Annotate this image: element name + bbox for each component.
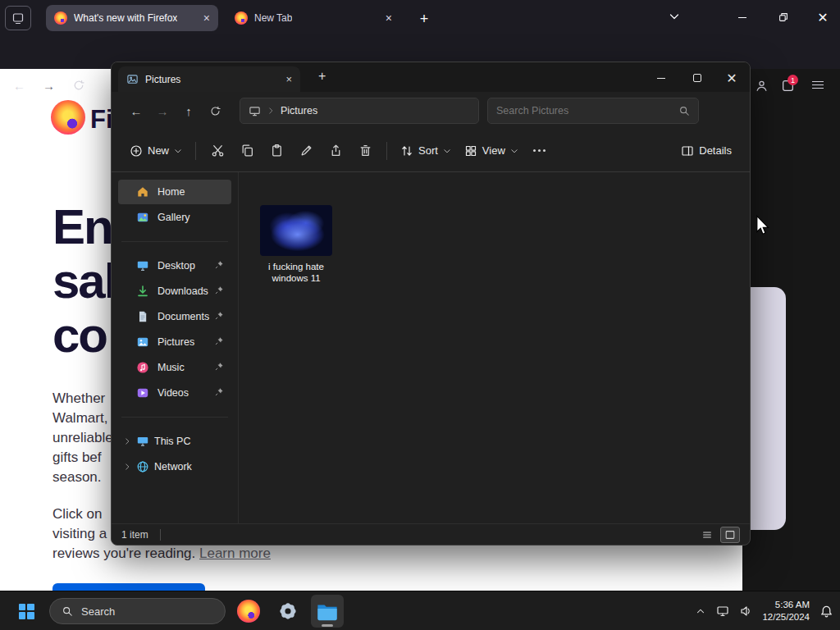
paragraph-line: Whether — [52, 389, 113, 409]
sidebar-item-downloads[interactable]: Downloads — [118, 279, 231, 304]
paste-button[interactable] — [262, 137, 291, 165]
pin-icon — [214, 362, 224, 372]
tab-whats-new[interactable]: What's new with Firefox × — [46, 5, 218, 31]
sidebar-item-documents[interactable]: Documents — [118, 304, 231, 329]
heading-line: co — [52, 308, 116, 363]
sidebar-label: Downloads — [158, 285, 208, 297]
sidebar-item-desktop[interactable]: Desktop — [118, 253, 231, 278]
music-icon — [136, 361, 149, 374]
delete-button[interactable] — [350, 137, 380, 165]
details-button[interactable]: Details — [674, 137, 738, 165]
browser-close-button[interactable]: ✕ — [810, 7, 835, 28]
notification-bell-icon[interactable] — [819, 605, 833, 619]
list-all-tabs-icon[interactable] — [668, 10, 681, 23]
taskbar-search[interactable]: Search — [49, 598, 226, 624]
explorer-content[interactable]: i fucking hate windows 11 — [239, 172, 750, 523]
explorer-tab-pictures[interactable]: Pictures × — [118, 66, 300, 92]
this-pc-icon — [249, 105, 261, 117]
rename-button[interactable] — [291, 137, 321, 165]
forward-icon[interactable]: → — [43, 79, 55, 93]
chevron-right-icon — [267, 107, 275, 115]
explorer-sidebar: Home Gallery Desktop Downloads — [112, 172, 239, 523]
cut-icon — [211, 144, 225, 158]
explorer-minimize-button[interactable] — [645, 66, 678, 89]
paragraph-line: Walmart, — [52, 409, 113, 428]
cut-button[interactable] — [203, 137, 232, 165]
status-divider — [160, 529, 161, 541]
sidebar-item-videos[interactable]: Videos — [118, 381, 231, 405]
menu-hamburger-icon[interactable] — [812, 79, 824, 91]
explorer-maximize-button[interactable] — [681, 66, 714, 89]
explorer-up-icon[interactable]: ↑ — [176, 104, 202, 118]
sidebar-label: Desktop — [158, 260, 195, 272]
tab-close-icon[interactable]: × — [203, 12, 210, 24]
separator — [386, 142, 387, 160]
share-icon — [329, 144, 343, 158]
taskbar-firefox-button[interactable] — [232, 595, 265, 628]
windows-logo-icon — [19, 604, 34, 619]
file-item[interactable]: i fucking hate windows 11 — [257, 205, 336, 284]
chevron-right-icon[interactable] — [123, 437, 131, 445]
sidebar-item-this-pc[interactable]: This PC — [118, 429, 231, 454]
sidebar-item-home[interactable]: Home — [118, 180, 231, 204]
chevron-right-icon[interactable] — [123, 463, 131, 471]
sidebar-item-music[interactable]: Music — [118, 355, 231, 380]
explorer-tab-close-icon[interactable]: × — [285, 73, 292, 85]
share-button[interactable] — [321, 137, 350, 165]
new-tab-button[interactable]: + — [413, 8, 435, 30]
documents-icon — [136, 310, 149, 323]
sidebar-label: This PC — [154, 436, 190, 447]
sidebar-item-pictures[interactable]: Pictures — [118, 330, 231, 354]
start-button[interactable] — [10, 595, 43, 628]
screen: Fi En sal co Whether Walmart, unreliable… — [0, 0, 840, 630]
tray-chevron-up-icon[interactable] — [695, 605, 706, 617]
notification-icon[interactable]: 1 — [781, 79, 795, 93]
explorer-close-button[interactable]: ✕ — [715, 66, 748, 89]
explorer-new-tab-button[interactable]: + — [318, 69, 326, 84]
view-button[interactable]: View — [458, 137, 525, 165]
view-icon — [464, 144, 477, 158]
explorer-refresh-icon[interactable] — [202, 105, 228, 117]
taskbar: Search 5:36 AM 12/25/ — [0, 591, 840, 630]
browser-restore-button[interactable] — [771, 7, 796, 28]
explorer-search-box[interactable] — [487, 98, 699, 124]
firefox-logo — [51, 100, 85, 135]
desktop-icon — [136, 259, 149, 272]
reload-icon[interactable] — [72, 79, 85, 92]
back-icon[interactable]: ← — [13, 79, 25, 93]
explorer-back-icon[interactable]: ← — [123, 104, 149, 118]
sidebar-item-gallery[interactable]: Gallery — [118, 205, 231, 230]
explorer-forward-icon[interactable]: → — [149, 104, 176, 118]
address-breadcrumb-bar[interactable]: Pictures — [240, 98, 479, 124]
tab-close-icon[interactable]: × — [386, 12, 392, 24]
search-icon[interactable] — [678, 105, 690, 116]
sidebar-label: Gallery — [158, 212, 190, 223]
account-icon[interactable] — [755, 79, 769, 93]
taskbar-explorer-button[interactable] — [311, 595, 344, 628]
file-thumbnail[interactable] — [260, 205, 332, 256]
page-heading: En sal co — [52, 200, 116, 363]
item-count: 1 item — [121, 529, 148, 541]
thumbnail-view-toggle[interactable] — [720, 527, 740, 543]
copy-button[interactable] — [232, 137, 262, 165]
browser-minimize-button[interactable] — [730, 7, 755, 28]
taskbar-clock[interactable]: 5:36 AM 12/25/2024 — [762, 599, 810, 623]
tab-new-tab[interactable]: New Tab × — [226, 5, 400, 31]
gallery-icon — [136, 211, 149, 224]
more-options-button[interactable] — [525, 137, 555, 165]
downloads-icon — [136, 285, 149, 298]
sort-button[interactable]: Sort — [394, 137, 458, 165]
learn-more-link[interactable]: Learn more — [199, 546, 271, 561]
details-view-toggle[interactable] — [697, 527, 717, 543]
firefox-view-button[interactable] — [5, 6, 31, 30]
pin-icon — [214, 311, 224, 321]
tray-volume-icon[interactable] — [739, 605, 752, 618]
taskbar-settings-button[interactable] — [272, 595, 304, 628]
breadcrumb-location[interactable]: Pictures — [281, 105, 317, 116]
new-button[interactable]: New — [123, 137, 189, 165]
tray-display-icon[interactable] — [716, 605, 729, 618]
sidebar-item-network[interactable]: Network — [118, 454, 231, 479]
network-globe-icon — [136, 460, 149, 473]
explorer-search-input[interactable] — [496, 105, 673, 116]
this-pc-monitor-icon — [136, 435, 149, 448]
